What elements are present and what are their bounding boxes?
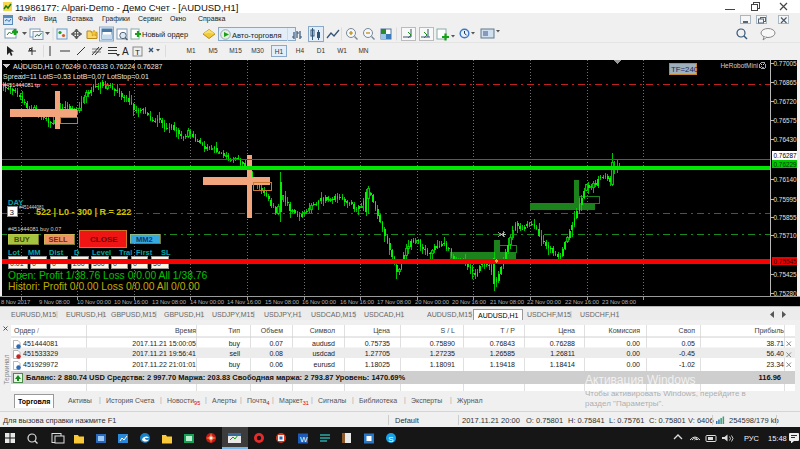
- svg-text:14 Nov 16:00: 14 Nov 16:00: [227, 299, 262, 305]
- svg-text:#451444081 tp: #451444081 tp: [3, 82, 40, 88]
- svg-text:0.76865: 0.76865: [774, 79, 798, 86]
- svg-text:3: 3: [10, 208, 15, 217]
- svg-text:0.75425: 0.75425: [774, 271, 798, 278]
- svg-text:Spread=11 LotS=0.53 LotB=0.0: Spread=11 LotS=0.53 LotB=0.07 LotStop=0.…: [3, 73, 149, 81]
- svg-text:Histori: Profit 0/0.00 Loss 0: Histori: Profit 0/0.00 Loss 0/0.00 All 0…: [8, 281, 200, 292]
- svg-text:10 Nov 16:00: 10 Nov 16:00: [114, 299, 149, 305]
- svg-text:16 Nov 00:00: 16 Nov 00:00: [302, 299, 337, 305]
- svg-text:14 Nov 00:00: 14 Nov 00:00: [190, 299, 225, 305]
- svg-text:522 | L0 - 300 | R = 222: 522 | L0 - 300 | R = 222: [36, 207, 131, 217]
- svg-text:MM2: MM2: [136, 235, 153, 244]
- svg-text:0.75710: 0.75710: [774, 232, 798, 239]
- svg-text:0.76430: 0.76430: [774, 136, 798, 143]
- svg-text:Open: Profit 1/38.76 Loss 0/: Open: Profit 1/38.76 Loss 0/0.00 All 1/3…: [8, 270, 207, 281]
- svg-text:HeRobotMini: HeRobotMini: [720, 62, 758, 69]
- svg-text:9 Nov 08:00: 9 Nov 08:00: [39, 299, 70, 305]
- svg-text:CLOSE: CLOSE: [90, 235, 118, 244]
- svg-text:17 Nov 08:00: 17 Nov 08:00: [377, 299, 412, 305]
- svg-text:0.75545: 0.75545: [774, 258, 798, 265]
- svg-text:0.76140: 0.76140: [774, 176, 798, 183]
- svg-text:0.76575: 0.76575: [774, 117, 798, 124]
- svg-text:W: W: [300, 435, 308, 444]
- svg-text:20 Nov 16:00: 20 Nov 16:00: [452, 299, 487, 305]
- svg-text:S: S: [388, 435, 393, 444]
- svg-text:A: A: [122, 46, 129, 57]
- svg-text:22 Nov 16:00: 22 Nov 16:00: [565, 299, 600, 305]
- svg-text:0.75995: 0.75995: [774, 196, 798, 203]
- svg-text:0.75855: 0.75855: [774, 214, 798, 221]
- svg-text:23 Nov 08:00: 23 Nov 08:00: [602, 299, 637, 305]
- svg-text:TF=240: TF=240: [671, 65, 699, 74]
- svg-text:13 Nov 08:00: 13 Nov 08:00: [152, 299, 187, 305]
- svg-text:0.76229: 0.76229: [774, 161, 798, 168]
- svg-text:T: T: [135, 48, 140, 57]
- svg-text:22 Nov 00:00: 22 Nov 00:00: [527, 299, 562, 305]
- svg-text:8 Nov 2017: 8 Nov 2017: [1, 299, 30, 305]
- svg-text:SELL: SELL: [49, 235, 69, 244]
- svg-text:15 Nov 08:00: 15 Nov 08:00: [265, 299, 300, 305]
- svg-text:0.77005: 0.77005: [774, 60, 798, 67]
- svg-text:10 Nov 00:00: 10 Nov 00:00: [77, 299, 112, 305]
- svg-text:21 Nov 08:00: 21 Nov 08:00: [490, 299, 525, 305]
- svg-text:#451444081 buy 0.07: #451444081 buy 0.07: [8, 226, 61, 232]
- svg-text:16 Nov 16:00: 16 Nov 16:00: [340, 299, 375, 305]
- svg-text:0.76720: 0.76720: [774, 98, 798, 105]
- svg-text:0.76287: 0.76287: [774, 152, 798, 159]
- svg-text:AUDUSD,H1 0.76249 0.76333 0.7: AUDUSD,H1 0.76249 0.76333 0.76224 0.7628…: [13, 63, 163, 70]
- svg-text:BUY: BUY: [14, 235, 30, 244]
- svg-text:20 Nov 00:00: 20 Nov 00:00: [415, 299, 450, 305]
- svg-text:0.75280: 0.75280: [774, 290, 798, 297]
